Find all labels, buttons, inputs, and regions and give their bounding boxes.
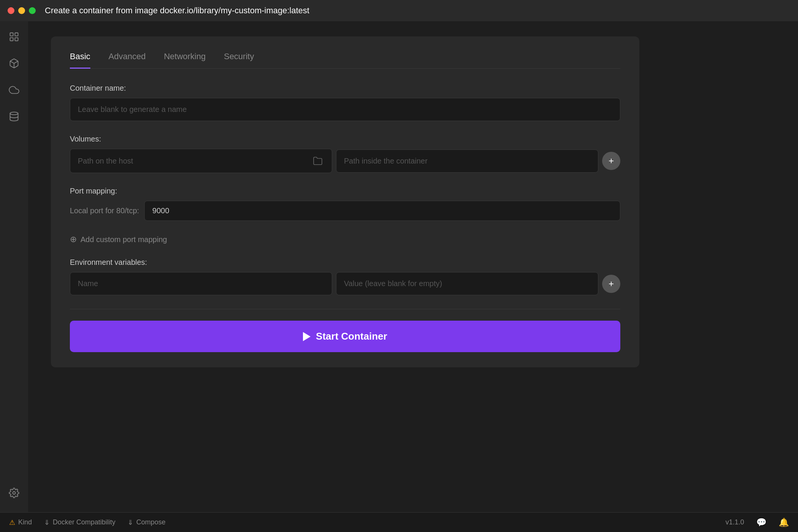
sidebar-item-volumes[interactable] bbox=[6, 109, 22, 124]
sidebar-item-cloud[interactable] bbox=[6, 82, 22, 98]
add-env-button[interactable]: + bbox=[602, 275, 620, 293]
env-name-input[interactable] bbox=[70, 272, 332, 295]
svg-rect-1 bbox=[15, 33, 18, 36]
add-volume-button[interactable]: + bbox=[602, 152, 620, 170]
tab-security[interactable]: Security bbox=[224, 52, 254, 69]
volume-host-field bbox=[70, 149, 332, 173]
chat-icon[interactable]: 💬 bbox=[756, 518, 766, 527]
bell-icon[interactable]: 🔔 bbox=[779, 518, 789, 527]
sidebar-item-containers[interactable] bbox=[6, 29, 22, 45]
env-vars-label: Environment variables: bbox=[70, 258, 620, 267]
kind-label: Kind bbox=[18, 518, 32, 526]
port-mapping-section: Port mapping: Local port for 80/tcp: bbox=[70, 187, 620, 221]
sidebar-item-images[interactable] bbox=[6, 55, 22, 71]
container-name-input[interactable] bbox=[70, 98, 620, 121]
port-local-input[interactable] bbox=[144, 201, 620, 221]
compose-icon: ⇓ bbox=[128, 518, 133, 527]
port-local-label: Local port for 80/tcp: bbox=[70, 206, 139, 215]
volume-host-input[interactable] bbox=[78, 157, 311, 165]
env-row: + bbox=[70, 272, 620, 295]
sidebar bbox=[0, 21, 28, 512]
volume-container-input[interactable] bbox=[336, 150, 598, 173]
env-value-input[interactable] bbox=[336, 272, 598, 295]
close-button[interactable] bbox=[8, 7, 14, 14]
tab-advanced[interactable]: Advanced bbox=[109, 52, 146, 69]
traffic-lights bbox=[8, 7, 36, 14]
svg-rect-2 bbox=[10, 38, 13, 41]
env-vars-section: Environment variables: + bbox=[70, 258, 620, 295]
volumes-row: + bbox=[70, 149, 620, 173]
main-content: Basic Advanced Networking Security Conta… bbox=[28, 21, 798, 512]
add-custom-port-label: Add custom port mapping bbox=[80, 235, 167, 244]
tab-basic[interactable]: Basic bbox=[70, 52, 90, 69]
tab-networking[interactable]: Networking bbox=[164, 52, 206, 69]
titlebar: Create a container from image docker.io/… bbox=[0, 0, 798, 21]
svg-rect-0 bbox=[10, 33, 13, 36]
app-layout: Basic Advanced Networking Security Conta… bbox=[0, 21, 798, 512]
divider bbox=[70, 309, 620, 309]
svg-point-6 bbox=[13, 492, 16, 494]
svg-rect-3 bbox=[15, 38, 18, 41]
maximize-button[interactable] bbox=[29, 7, 36, 14]
tabs: Basic Advanced Networking Security bbox=[70, 52, 620, 69]
sidebar-item-settings[interactable] bbox=[6, 485, 22, 501]
warning-icon: ⚠ bbox=[9, 518, 15, 527]
statusbar: ⚠ Kind ⇓ Docker Compatibility ⇓ Compose … bbox=[0, 512, 798, 532]
container-name-section: Container name: bbox=[70, 84, 620, 121]
minimize-button[interactable] bbox=[18, 7, 25, 14]
download-icon: ⇓ bbox=[44, 518, 50, 527]
statusbar-kind: ⚠ Kind bbox=[9, 518, 32, 527]
statusbar-compose: ⇓ Compose bbox=[128, 518, 166, 527]
port-mapping-label: Port mapping: bbox=[70, 187, 620, 195]
browse-folder-button[interactable] bbox=[311, 156, 324, 166]
start-container-button[interactable]: Start Container bbox=[70, 321, 620, 352]
docker-compat-label: Docker Compatibility bbox=[53, 518, 115, 526]
add-custom-port-row[interactable]: ⊕ Add custom port mapping bbox=[70, 235, 620, 244]
create-container-card: Basic Advanced Networking Security Conta… bbox=[51, 36, 639, 367]
volumes-label: Volumes: bbox=[70, 135, 620, 143]
add-custom-port-icon: ⊕ bbox=[70, 235, 77, 244]
play-icon bbox=[303, 332, 311, 341]
start-container-label: Start Container bbox=[316, 331, 387, 342]
window-title: Create a container from image docker.io/… bbox=[45, 6, 309, 16]
container-name-label: Container name: bbox=[70, 84, 620, 93]
port-mapping-row: Local port for 80/tcp: bbox=[70, 201, 620, 221]
svg-point-5 bbox=[10, 112, 18, 115]
volumes-section: Volumes: + bbox=[70, 135, 620, 173]
version-label: v1.1.0 bbox=[725, 518, 744, 526]
statusbar-docker-compat: ⇓ Docker Compatibility bbox=[44, 518, 115, 527]
compose-label: Compose bbox=[136, 518, 166, 526]
